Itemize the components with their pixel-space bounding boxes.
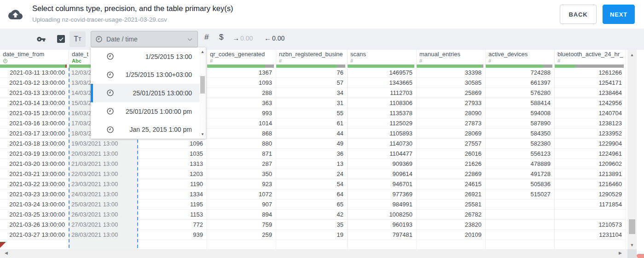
cell[interactable]: 759 [207,220,276,229]
cell[interactable]: 1343665 [348,78,417,88]
cell[interactable]: 772 [138,220,207,229]
cell[interactable]: 287 [207,159,276,169]
cell[interactable]: 2021-03-25 13:00:00 [0,210,69,219]
cell[interactable]: 582380 [486,139,555,148]
cell[interactable]: 1072 [207,189,276,199]
cell[interactable]: 33398 [417,68,486,77]
column-header-manual_entries[interactable]: manual_entries# [417,50,486,64]
cell[interactable]: 993 [207,108,276,118]
cell[interactable]: 26782 [417,210,486,219]
cell[interactable]: 57 [276,78,348,88]
cell[interactable]: 22869 [417,169,486,179]
cell[interactable]: 27933 [417,98,486,108]
cell[interactable]: 1093 [207,78,276,88]
cell[interactable]: 724288 [486,68,555,77]
cell[interactable]: 25581 [417,199,486,209]
cell[interactable]: 984991 [348,199,417,209]
cell[interactable]: 1105893 [348,129,417,138]
cell[interactable]: 939 [138,230,207,240]
cell[interactable]: 27/03/2021 13:00 [69,220,138,229]
cell[interactable]: 26016 [417,149,486,158]
cell[interactable]: 1290529 [555,189,626,199]
horizontal-scrollbar[interactable]: ◀ ▶ [0,249,627,258]
cell[interactable]: 2021-03-18 13:00:00 [0,139,69,148]
cell[interactable]: 28069 [417,129,486,138]
cell[interactable]: 1209602 [555,159,626,169]
cell[interactable]: 1210573 [555,220,626,229]
cell[interactable]: 907 [207,199,276,209]
cell[interactable]: 894 [207,210,276,219]
cell[interactable]: 1231104 [555,230,626,240]
cell[interactable]: 76 [276,68,348,77]
cell[interactable]: 556123 [486,149,555,158]
cell[interactable]: 1367 [207,68,276,77]
column-header-scans[interactable]: scans# [348,50,417,64]
cell[interactable]: 2021-03-26 13:00:00 [0,220,69,229]
cell[interactable]: 960193 [348,220,417,229]
cell[interactable]: 30585 [417,78,486,88]
format-option[interactable]: 1/25/2015 13:00+03:00 [91,66,206,84]
cell[interactable]: 64 [276,189,348,199]
cell[interactable]: 1125029 [348,118,417,128]
cell[interactable]: 55 [276,108,348,118]
cell[interactable]: 909614 [348,169,417,179]
cell[interactable]: 1238464 [555,88,626,98]
cell[interactable]: 478889 [486,159,555,169]
scroll-up-arrow[interactable]: ▲ [627,53,637,57]
cell[interactable]: 20/03/2021 13:00 [69,149,138,158]
cell[interactable]: 1238123 [555,118,626,128]
cell[interactable]: 871 [207,149,276,158]
cell[interactable]: 1213891 [555,169,626,179]
cell[interactable]: 350 [207,169,276,179]
cell[interactable]: 23/03/2021 13:00 [69,179,138,189]
datetime-format-dropdown[interactable]: Date / time [91,31,198,47]
cell[interactable]: 21/03/2021 13:00 [69,159,138,169]
cell[interactable] [486,210,555,219]
cell[interactable]: 909369 [348,159,417,169]
number-type-button[interactable]: # [204,33,209,42]
cell[interactable]: 491728 [486,169,555,179]
cell[interactable]: 594008 [486,108,555,118]
cell[interactable]: 28090 [417,108,486,118]
cell[interactable]: 977369 [348,189,417,199]
cell[interactable]: 42 [276,210,348,219]
cell[interactable]: 25869 [417,88,486,98]
cell[interactable]: 1313 [138,159,207,169]
cell[interactable]: 1261266 [555,68,626,77]
cell[interactable]: 2021-03-24 13:00:00 [0,199,69,209]
cell[interactable]: 1216460 [555,179,626,189]
cell[interactable]: 1035 [138,149,207,158]
cell[interactable]: 1171854 [555,199,626,209]
cell[interactable]: 288 [207,88,276,98]
cell[interactable]: 65 [276,199,348,209]
cell[interactable]: 2021-03-27 13:00:00 [0,230,69,240]
dropdown-scroll-thumb[interactable] [200,76,205,94]
next-button[interactable]: NEXT [603,5,635,24]
cell[interactable] [555,210,626,219]
format-option[interactable]: 25/01/2015 1:00:00 pm [91,102,206,121]
back-button[interactable]: BACK [560,5,597,24]
cell[interactable]: 2021-03-19 13:00:00 [0,149,69,158]
cell[interactable]: 1190 [138,179,207,189]
cell[interactable]: 1195 [138,199,207,209]
cell[interactable]: 661397 [486,78,555,88]
scroll-left-arrow[interactable]: ◀ [5,251,8,255]
cell[interactable]: 1229904 [555,139,626,148]
cell[interactable]: 1112703 [348,88,417,98]
cell[interactable]: 44 [276,129,348,138]
scroll-down-arrow[interactable]: ▼ [199,132,206,136]
cell[interactable]: 2021-03-11 13:00:00 [0,68,69,77]
cell[interactable]: 24 [276,169,348,179]
format-option[interactable]: Jan 25, 2015 1:00 pm [91,120,206,139]
text-type-button[interactable]: TT [70,31,86,47]
cell[interactable]: 259 [207,230,276,240]
cell[interactable]: 1104477 [348,149,417,158]
cell[interactable]: 946701 [348,179,417,189]
column-header-date_time_from[interactable]: date_time_from [0,50,69,64]
cell[interactable]: 2021-03-20 13:00:00 [0,159,69,169]
cell[interactable]: 2021-03-16 13:00:00 [0,118,69,128]
cell[interactable]: 49 [276,139,348,148]
cell[interactable]: 61 [276,118,348,128]
cell[interactable]: 34 [276,88,348,98]
cell[interactable] [486,199,555,209]
